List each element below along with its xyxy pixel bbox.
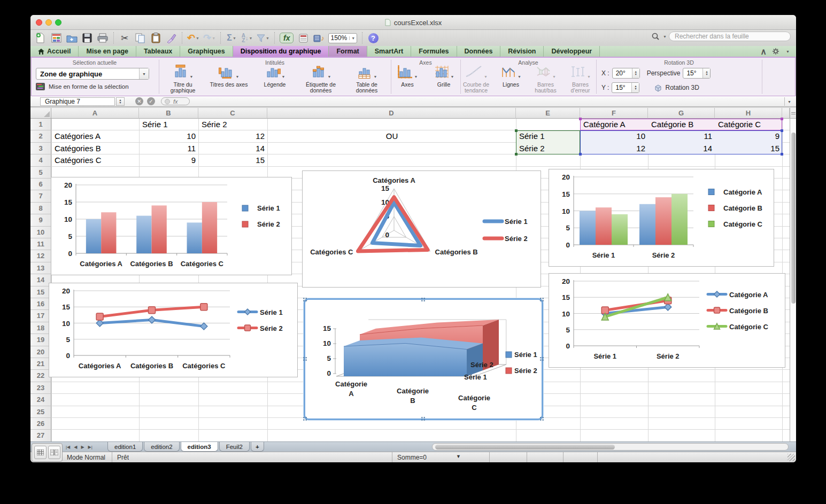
- row-header-10[interactable]: 10: [30, 227, 51, 238]
- selection-handle[interactable]: [303, 356, 307, 361]
- tab-tableaux[interactable]: Tableaux: [136, 46, 180, 57]
- sheet-grid[interactable]: ABCDEFGH12345678910111213141516171819202…: [30, 108, 796, 441]
- format-selection-button[interactable]: Mise en forme de la sélection: [36, 83, 129, 90]
- analyse-button-lignes[interactable]: ▼Lignes: [496, 66, 526, 94]
- cell-C2[interactable]: 12: [199, 130, 267, 142]
- row-header-12[interactable]: 12: [30, 250, 51, 262]
- cell-F2[interactable]: 10: [581, 130, 648, 142]
- tab-graphiques[interactable]: Graphiques: [180, 46, 233, 57]
- selection-handle[interactable]: [421, 297, 426, 302]
- row-header-26[interactable]: 26: [30, 418, 51, 430]
- row-header-6[interactable]: 6: [30, 179, 51, 190]
- tab-formules[interactable]: Formules: [411, 46, 457, 57]
- column-header-D[interactable]: D: [267, 108, 516, 119]
- title-bar[interactable]: coursExcel.xlsx: [30, 15, 796, 30]
- undo-icon[interactable]: ↶▼: [187, 32, 199, 44]
- chart-radar[interactable]: 051015Catégories ACatégories BCatégories…: [302, 170, 541, 288]
- sheet-tab-Feuil2[interactable]: Feuil2: [219, 442, 250, 452]
- selection-handle[interactable]: [539, 297, 544, 302]
- template-gallery-icon[interactable]: [50, 32, 62, 44]
- normal-view-button[interactable]: [34, 446, 47, 459]
- row-header-7[interactable]: 7: [30, 190, 51, 202]
- add-sheet-button[interactable]: +: [251, 442, 264, 452]
- sheet-tab-edition3[interactable]: edition3: [181, 442, 218, 452]
- row-header-5[interactable]: 5: [30, 167, 51, 179]
- row-header-2[interactable]: 2: [30, 130, 51, 142]
- row-header-9[interactable]: 9: [30, 214, 51, 226]
- cell-E3[interactable]: Série 2: [516, 143, 580, 154]
- tab-accueil[interactable]: Accueil: [30, 46, 79, 57]
- rotation-3d-button[interactable]: Rotation 3D: [654, 84, 699, 92]
- vertical-scrollbar-thumb[interactable]: [791, 133, 796, 304]
- cell-F1[interactable]: Catégorie A: [581, 119, 648, 130]
- intitules-button-titre-du-graphique[interactable]: ▼Titre du graphique: [163, 66, 203, 94]
- stepper-arrows-icon[interactable]: ▲▼: [632, 68, 639, 78]
- tab-r-vision[interactable]: Révision: [500, 46, 544, 57]
- scrollbar-split-widget[interactable]: [790, 108, 796, 119]
- formula-bar-expand-button[interactable]: ▼: [784, 97, 794, 106]
- cell-H1[interactable]: Catégorie C: [715, 119, 782, 130]
- formula-builder-icon[interactable]: fx: [280, 32, 294, 44]
- print-icon[interactable]: [97, 32, 109, 44]
- row-header-25[interactable]: 25: [30, 406, 51, 418]
- search-box[interactable]: ▼: [652, 32, 791, 41]
- sort-icon[interactable]: AZ↓▼: [241, 32, 253, 44]
- axes-button-grille[interactable]: ▼Grille: [428, 66, 459, 88]
- row-header-23[interactable]: 23: [30, 382, 51, 394]
- chart-line-categories[interactable]: 05101520Catégories ACatégories BCatégori…: [49, 283, 298, 377]
- tab-disposition-du-graphique[interactable]: Disposition du graphique: [233, 46, 329, 57]
- tab-smartart[interactable]: SmartArt: [367, 46, 412, 57]
- chart-area-3d[interactable]: 051015Série 2Série 1CatégorieACatégorieB…: [304, 298, 543, 420]
- search-input[interactable]: [669, 32, 791, 41]
- row-header-13[interactable]: 13: [30, 262, 51, 274]
- tab-format[interactable]: Format: [329, 46, 367, 57]
- chart-col-series[interactable]: 05101520Série 1Série 2Catégorie ACatégor…: [549, 169, 774, 267]
- formula-builder-pill[interactable]: fx: [161, 97, 190, 105]
- prev-sheet-button[interactable]: ◀: [74, 445, 77, 449]
- first-sheet-button[interactable]: |◀: [66, 445, 70, 449]
- cell-D2[interactable]: OU: [268, 130, 516, 142]
- row-header-27[interactable]: 27: [30, 430, 51, 441]
- cell-A2[interactable]: Catégories A: [52, 130, 139, 142]
- column-header-E[interactable]: E: [516, 108, 580, 119]
- sheet-nav-buttons[interactable]: |◀ ◀ ▶ ▶|: [66, 443, 92, 451]
- row-header-4[interactable]: 4: [30, 154, 51, 166]
- row-header-11[interactable]: 11: [30, 238, 51, 250]
- collapse-ribbon-icon[interactable]: ∧: [760, 46, 767, 57]
- sheet-tab-edition1[interactable]: edition1: [107, 442, 143, 452]
- media-browser-icon[interactable]: ♪: [313, 32, 325, 44]
- cell-B2[interactable]: 10: [140, 130, 198, 142]
- copy-icon[interactable]: [134, 32, 146, 44]
- last-sheet-button[interactable]: ▶|: [88, 445, 92, 449]
- row-header-3[interactable]: 3: [30, 143, 51, 154]
- redo-icon[interactable]: ↷▼: [203, 32, 215, 44]
- column-header-partial[interactable]: [782, 108, 790, 119]
- selection-dropdown[interactable]: Zone de graphique ▼: [36, 68, 149, 80]
- chevron-down-icon[interactable]: ▼: [786, 50, 790, 53]
- cell-G3[interactable]: 14: [649, 143, 715, 154]
- cell-H3[interactable]: 15: [715, 143, 782, 154]
- selection-handle[interactable]: [421, 416, 426, 421]
- row-header-24[interactable]: 24: [30, 394, 51, 406]
- name-box-stepper[interactable]: ▲▼: [116, 97, 125, 106]
- gear-icon[interactable]: [772, 48, 781, 55]
- zoom-control[interactable]: 150%▼: [328, 32, 357, 44]
- column-header-A[interactable]: A: [51, 108, 139, 119]
- filter-icon[interactable]: ▼: [257, 32, 269, 44]
- cell-F3[interactable]: 12: [581, 143, 648, 154]
- chart-line-series[interactable]: 05101520Série 1Série 2Catégorie ACatégor…: [549, 273, 785, 368]
- intitules-button-titres-des-axes[interactable]: ▼Titres des axes: [209, 66, 249, 94]
- selection-handle[interactable]: [303, 416, 307, 421]
- cell-B1[interactable]: Série 1: [140, 119, 198, 130]
- cell-C3[interactable]: 14: [199, 143, 267, 154]
- cell-G2[interactable]: 11: [649, 130, 715, 142]
- help-icon[interactable]: ?: [367, 32, 379, 44]
- format-painter-icon[interactable]: [165, 32, 177, 44]
- cell-B3[interactable]: 11: [140, 143, 198, 154]
- selection-handle[interactable]: [539, 356, 544, 361]
- column-header-C[interactable]: C: [198, 108, 267, 119]
- axes-button-axes[interactable]: ▼Axes: [392, 66, 423, 88]
- sheet-tab-edition2[interactable]: edition2: [144, 442, 179, 452]
- save-icon[interactable]: [81, 32, 93, 44]
- cancel-entry-button[interactable]: ✕: [135, 97, 143, 105]
